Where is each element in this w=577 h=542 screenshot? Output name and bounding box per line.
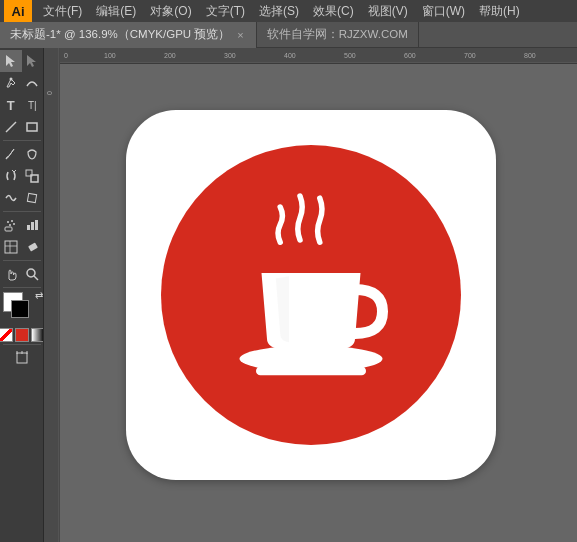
text-tool[interactable]: T	[0, 94, 22, 116]
coffee-cup-icon	[201, 185, 421, 405]
tool-row-8	[0, 214, 43, 236]
artboard	[126, 110, 496, 480]
tool-row-3: T T|	[0, 94, 43, 116]
none-color-button[interactable]	[0, 328, 13, 342]
svg-text:200: 200	[164, 52, 176, 59]
tab-secondary-label: 软件自学网：RJZXW.COM	[267, 27, 408, 42]
ruler-horizontal: 0 100 200 300 400 500 600 700 800	[44, 48, 577, 64]
menu-select[interactable]: 选择(S)	[252, 1, 306, 22]
svg-rect-39	[256, 367, 366, 376]
tab-active-label: 未标题-1* @ 136.9%（CMYK/GPU 预览）	[10, 27, 230, 42]
svg-point-9	[11, 220, 13, 222]
menu-file[interactable]: 文件(F)	[36, 1, 89, 22]
rectangle-tool[interactable]	[22, 116, 44, 138]
menu-bar: Ai 文件(F) 编辑(E) 对象(O) 文字(T) 选择(S) 效果(C) 视…	[0, 0, 577, 22]
direct-selection-tool[interactable]	[22, 50, 44, 72]
svg-point-20	[27, 269, 35, 277]
svg-point-11	[13, 223, 15, 225]
free-transform-tool[interactable]	[22, 187, 44, 209]
svg-text:600: 600	[404, 52, 416, 59]
pen-tool[interactable]	[0, 72, 22, 94]
menu-help[interactable]: 帮助(H)	[472, 1, 527, 22]
tool-row-6	[0, 165, 43, 187]
artboard-tool-row	[11, 347, 33, 369]
symbol-sprayer-tool[interactable]	[0, 214, 22, 236]
svg-point-8	[7, 221, 9, 223]
solid-color-button[interactable]	[15, 328, 29, 342]
tool-row-9	[0, 236, 43, 258]
svg-text:400: 400	[284, 52, 296, 59]
svg-rect-16	[5, 241, 17, 253]
canvas-area[interactable]: 0 100 200 300 400 500 600 700 800 0	[44, 48, 577, 542]
tool-row-5	[0, 143, 43, 165]
gradient-button[interactable]	[31, 328, 45, 342]
tool-separator-5	[3, 344, 41, 345]
column-graph-tool[interactable]	[22, 214, 44, 236]
svg-rect-4	[27, 123, 37, 131]
svg-line-21	[34, 276, 38, 280]
svg-text:800: 800	[524, 52, 536, 59]
svg-text:500: 500	[344, 52, 356, 59]
menu-effect[interactable]: 效果(C)	[306, 1, 361, 22]
svg-point-2	[9, 78, 12, 81]
tool-separator-2	[3, 211, 41, 212]
menu-object[interactable]: 对象(O)	[143, 1, 198, 22]
tool-row-2	[0, 72, 43, 94]
tool-separator-3	[3, 260, 41, 261]
tab-active[interactable]: 未标题-1* @ 136.9%（CMYK/GPU 预览） ×	[0, 22, 257, 48]
svg-rect-7	[28, 193, 37, 202]
curvature-tool[interactable]	[22, 72, 44, 94]
svg-rect-13	[27, 225, 30, 230]
svg-rect-14	[31, 222, 34, 230]
main-area: T T|	[0, 48, 577, 542]
tool-row-1	[0, 50, 43, 72]
svg-text:0: 0	[64, 52, 68, 59]
svg-text:300: 300	[224, 52, 236, 59]
selection-tool[interactable]	[0, 50, 22, 72]
color-swatches: ⇄	[3, 292, 41, 326]
zoom-tool[interactable]	[22, 263, 44, 285]
svg-text:100: 100	[104, 52, 116, 59]
svg-marker-0	[6, 55, 15, 67]
ai-logo: Ai	[4, 0, 32, 22]
tool-row-7	[0, 187, 43, 209]
shaper-tool[interactable]	[22, 143, 44, 165]
menu-view[interactable]: 视图(V)	[361, 1, 415, 22]
svg-point-10	[9, 224, 11, 226]
tool-separator-1	[3, 140, 41, 141]
artboard-tool[interactable]	[11, 347, 33, 369]
svg-marker-1	[27, 55, 36, 67]
svg-rect-15	[35, 220, 38, 230]
rotate-tool[interactable]	[0, 165, 22, 187]
hand-tool[interactable]	[0, 263, 22, 285]
svg-line-3	[6, 122, 16, 132]
tool-row-10	[0, 263, 43, 285]
svg-rect-12	[5, 227, 12, 231]
red-circle	[161, 145, 461, 445]
svg-rect-19	[28, 242, 38, 251]
svg-rect-22	[17, 353, 27, 363]
tool-row-4	[0, 116, 43, 138]
svg-text:700: 700	[464, 52, 476, 59]
menu-window[interactable]: 窗口(W)	[415, 1, 472, 22]
scale-tool[interactable]	[22, 165, 44, 187]
paintbrush-tool[interactable]	[0, 143, 22, 165]
tab-close-button[interactable]: ×	[235, 28, 245, 42]
menu-edit[interactable]: 编辑(E)	[89, 1, 143, 22]
svg-text:0: 0	[46, 91, 53, 95]
tab-secondary[interactable]: 软件自学网：RJZXW.COM	[257, 22, 419, 48]
ruler-vertical: 0	[44, 48, 60, 542]
eraser-tool[interactable]	[22, 236, 44, 258]
warp-tool[interactable]	[0, 187, 22, 209]
tool-separator-4	[3, 287, 41, 288]
swap-icon[interactable]: ⇄	[35, 290, 43, 301]
tab-bar: 未标题-1* @ 136.9%（CMYK/GPU 预览） × 软件自学网：RJZ…	[0, 22, 577, 48]
touch-type-tool[interactable]: T|	[22, 94, 44, 116]
line-tool[interactable]	[0, 116, 22, 138]
stroke-swatch[interactable]	[11, 300, 29, 318]
color-mode-row	[0, 328, 44, 342]
toolbar: T T|	[0, 48, 44, 542]
slice-tool[interactable]	[0, 236, 22, 258]
menu-text[interactable]: 文字(T)	[199, 1, 252, 22]
